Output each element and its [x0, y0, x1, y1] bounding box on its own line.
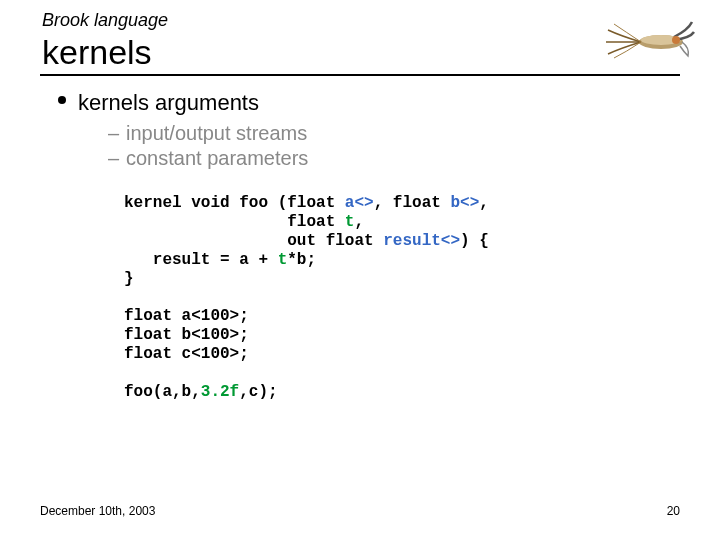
code-block: kernel void foo (float a<>, float b<>, f…: [58, 194, 680, 402]
stream-arg: b<>: [450, 194, 479, 212]
sub-bullet: –constant parameters: [108, 147, 680, 170]
slide-title: kernels: [40, 33, 680, 72]
slide-content: kernels arguments –input/output streams …: [40, 90, 680, 402]
bullet-dot-icon: [58, 96, 66, 104]
sub-bullet-text: input/output streams: [126, 122, 307, 144]
dash-icon: –: [108, 122, 126, 145]
page-number: 20: [667, 504, 680, 518]
sub-bullet: –input/output streams: [108, 122, 680, 145]
bullet-main: kernels arguments: [58, 90, 680, 116]
fly-lure-icon: [596, 12, 696, 62]
dash-icon: –: [108, 147, 126, 170]
svg-point-2: [672, 36, 680, 44]
slide: Brook language kernels kernels arguments…: [0, 0, 720, 540]
sub-bullet-text: constant parameters: [126, 147, 308, 169]
bullet-text: kernels arguments: [78, 90, 259, 116]
stream-arg: result<>: [383, 232, 460, 250]
footer-date: December 10th, 2003: [40, 504, 155, 518]
sub-bullet-list: –input/output streams –constant paramete…: [58, 122, 680, 170]
title-divider: [40, 74, 680, 76]
const-arg: 3.2f: [201, 383, 239, 401]
slide-supertitle: Brook language: [40, 10, 680, 31]
stream-arg: a<>: [345, 194, 374, 212]
const-arg: t: [278, 251, 288, 269]
const-arg: t: [345, 213, 355, 231]
